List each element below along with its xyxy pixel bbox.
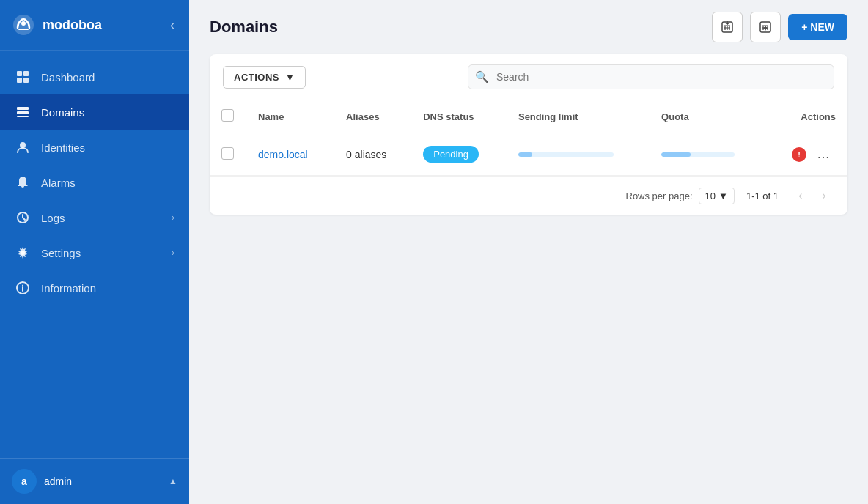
- information-icon: [15, 280, 31, 296]
- actions-chevron-icon: ▼: [285, 72, 295, 83]
- topbar-actions: + NEW: [712, 12, 847, 42]
- svg-rect-7: [17, 111, 29, 114]
- col-name: Name: [246, 100, 334, 133]
- col-dns-status: DNS status: [411, 100, 507, 133]
- domain-dns-status-cell: Pending: [411, 133, 507, 176]
- actions-button[interactable]: ACTIONS ▼: [223, 66, 306, 89]
- logs-icon: [15, 210, 31, 226]
- sending-limit-fill: [518, 152, 533, 157]
- svg-point-9: [20, 142, 26, 148]
- rows-per-page: Rows per page: 10 ▼: [626, 188, 735, 204]
- logo-area: modoboa: [12, 13, 102, 37]
- col-actions: Actions: [766, 100, 847, 133]
- app-name: modoboa: [43, 18, 102, 33]
- select-all-checkbox[interactable]: [221, 109, 234, 122]
- domain-quota-cell: [650, 133, 766, 176]
- svg-point-1: [21, 21, 26, 26]
- page-title: Domains: [210, 18, 278, 37]
- export-csv-button[interactable]: [712, 12, 743, 42]
- actions-label: ACTIONS: [234, 72, 279, 83]
- next-page-button[interactable]: ›: [814, 185, 834, 206]
- notification-badge: !: [792, 147, 806, 162]
- sidebar-domains-label: Domains: [41, 106, 174, 119]
- rows-per-page-value: 10: [705, 190, 716, 201]
- table-row: demo.local 0 aliases Pending: [210, 133, 847, 176]
- new-button[interactable]: + NEW: [788, 14, 847, 40]
- sidebar-collapse-button[interactable]: ‹: [167, 15, 177, 36]
- col-aliases: Aliases: [334, 100, 411, 133]
- search-input[interactable]: [468, 64, 834, 89]
- domains-icon: [15, 104, 31, 120]
- sidebar-alarms-label: Alarms: [41, 177, 174, 189]
- sidebar-identities-label: Identities: [41, 141, 174, 154]
- search-icon: 🔍: [475, 70, 489, 84]
- modoboa-logo-icon: [12, 13, 35, 37]
- sidebar-item-identities[interactable]: Identities: [0, 130, 189, 165]
- domain-link[interactable]: demo.local: [258, 149, 308, 160]
- content-area: ACTIONS ▼ 🔍 Name Aliases: [189, 54, 868, 504]
- search-wrap: 🔍: [468, 64, 834, 89]
- sidebar-header: modoboa ‹: [0, 0, 189, 51]
- sidebar-item-information[interactable]: Information: [0, 270, 189, 305]
- sending-limit-bar: [518, 152, 614, 157]
- sidebar-item-logs[interactable]: Logs ›: [0, 200, 189, 235]
- rows-per-page-select[interactable]: 10 ▼: [699, 188, 735, 204]
- sidebar-item-dashboard[interactable]: Dashboard: [0, 59, 189, 94]
- row-checkbox[interactable]: [221, 147, 234, 160]
- user-chevron-icon: ▲: [169, 476, 177, 486]
- sidebar-settings-label: Settings: [41, 247, 161, 259]
- status-badge: Pending: [423, 146, 479, 163]
- sidebar-item-alarms[interactable]: Alarms: [0, 165, 189, 200]
- dashboard-icon: [15, 69, 31, 85]
- svg-rect-5: [23, 78, 29, 83]
- main-content: Domains + NEW: [189, 0, 868, 504]
- table-body: demo.local 0 aliases Pending: [210, 133, 847, 176]
- select-all-header: [210, 100, 246, 133]
- prev-page-button[interactable]: ‹: [790, 185, 811, 206]
- pagination: Rows per page: 10 ▼ 1-1 of 1 ‹ ›: [210, 176, 847, 215]
- sidebar-item-domains[interactable]: Domains: [0, 94, 189, 130]
- avatar: a: [12, 469, 37, 494]
- domain-aliases-cell: 0 aliases: [334, 133, 411, 176]
- rows-per-page-label: Rows per page:: [626, 190, 693, 201]
- user-menu[interactable]: a admin ▲: [0, 458, 189, 504]
- svg-rect-3: [23, 71, 29, 76]
- quota-fill: [661, 152, 691, 157]
- table-toolbar: ACTIONS ▼ 🔍: [210, 54, 847, 100]
- settings-chevron-icon: ›: [172, 248, 174, 258]
- sidebar-logs-label: Logs: [41, 212, 161, 224]
- identities-icon: [15, 139, 31, 155]
- col-quota: Quota: [650, 100, 766, 133]
- row-actions-wrap: ! …: [778, 144, 836, 165]
- settings-icon: [15, 245, 31, 261]
- domains-table: Name Aliases DNS status Sending limit Qu…: [210, 100, 847, 176]
- sidebar-item-settings[interactable]: Settings ›: [0, 235, 189, 270]
- domain-sending-limit-cell: [507, 133, 650, 176]
- quota-bar: [661, 152, 735, 157]
- sidebar-nav: Dashboard Domains Identities: [0, 51, 189, 458]
- svg-rect-2: [17, 71, 22, 76]
- domain-actions-cell: ! …: [766, 133, 847, 176]
- row-more-button[interactable]: …: [811, 144, 836, 165]
- domain-name-cell: demo.local: [246, 133, 334, 176]
- rows-per-page-chevron-icon: ▼: [718, 190, 728, 201]
- col-sending-limit: Sending limit: [507, 100, 650, 133]
- sidebar-dashboard-label: Dashboard: [41, 71, 174, 84]
- logs-chevron-icon: ›: [172, 212, 174, 223]
- topbar: Domains + NEW: [189, 0, 868, 54]
- alarms-icon: [15, 174, 31, 190]
- svg-rect-6: [17, 107, 29, 110]
- domains-table-container: ACTIONS ▼ 🔍 Name Aliases: [210, 54, 847, 215]
- svg-rect-8: [17, 116, 29, 117]
- page-info: 1-1 of 1: [746, 190, 779, 201]
- svg-rect-4: [17, 78, 22, 83]
- page-nav: ‹ ›: [790, 185, 834, 206]
- import-button[interactable]: [750, 12, 781, 42]
- sidebar: modoboa ‹ Dashboard: [0, 0, 189, 504]
- username-label: admin: [44, 475, 161, 487]
- row-select-cell: [210, 133, 246, 176]
- table-header: Name Aliases DNS status Sending limit Qu…: [210, 100, 847, 133]
- svg-point-13: [22, 285, 23, 286]
- sidebar-information-label: Information: [41, 282, 174, 294]
